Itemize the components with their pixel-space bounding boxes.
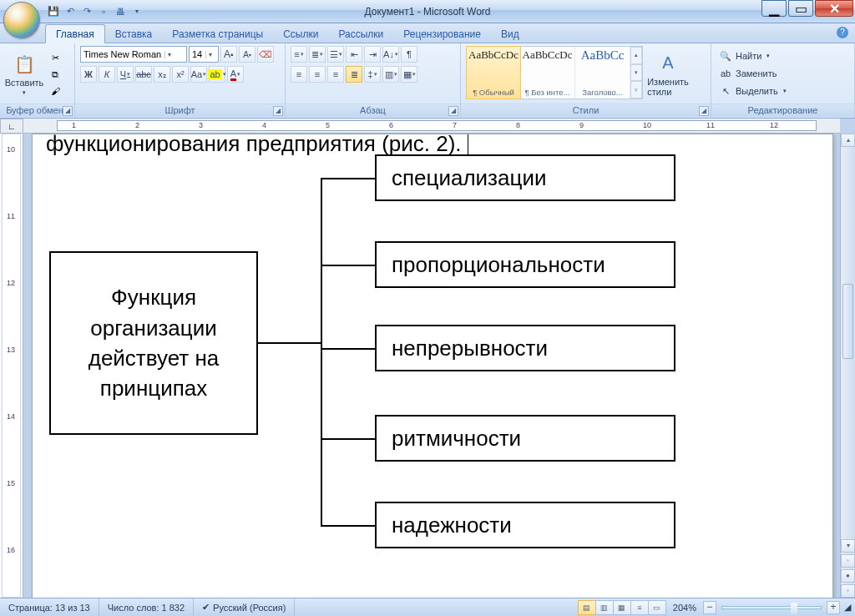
status-page[interactable]: Страница: 13 из 13 bbox=[0, 598, 99, 616]
justify-button[interactable]: ≣ bbox=[346, 66, 362, 83]
prev-page-icon[interactable]: ◦ bbox=[841, 554, 855, 568]
bullets-button[interactable]: ≡ bbox=[291, 46, 307, 63]
tab-layout[interactable]: Разметка страницы bbox=[162, 25, 273, 43]
dec-indent-button[interactable]: ⇤ bbox=[346, 46, 362, 63]
view-fullscreen-button[interactable]: ▥ bbox=[595, 600, 614, 615]
document-page[interactable]: функционирования предприятия (рис. 2). Ф… bbox=[32, 134, 833, 601]
minimize-button[interactable]: ▁ bbox=[761, 0, 787, 17]
highlight-button[interactable]: ab bbox=[209, 66, 225, 83]
vertical-scrollbar[interactable]: ▴ ▾ ◦ ● ◦ bbox=[840, 134, 855, 598]
group-font: Times New Roman▾ 14▾ A▴ A▾ ⌫ Ж К Ч abc x… bbox=[75, 43, 286, 118]
resize-grip-icon[interactable]: ◢ bbox=[840, 602, 855, 613]
zoom-level[interactable]: 204% bbox=[666, 603, 703, 613]
maximize-button[interactable]: ▭ bbox=[788, 0, 813, 17]
scroll-thumb[interactable] bbox=[842, 284, 853, 359]
find-button[interactable]: 🔍Найти▾ bbox=[716, 48, 849, 64]
office-button[interactable] bbox=[3, 2, 40, 38]
diagram-box-5[interactable]: надежности bbox=[375, 502, 675, 548]
select-icon: ↖ bbox=[719, 86, 732, 97]
show-marks-button[interactable]: ¶ bbox=[401, 46, 417, 63]
underline-button[interactable]: Ч bbox=[117, 66, 134, 83]
tab-insert[interactable]: Вставка bbox=[105, 25, 163, 43]
tab-review[interactable]: Рецензирование bbox=[393, 25, 491, 43]
zoom-slider-knob[interactable] bbox=[791, 603, 797, 614]
tab-mailings[interactable]: Рассылки bbox=[328, 25, 393, 43]
bold-button[interactable]: Ж bbox=[80, 66, 97, 83]
grow-font-button[interactable]: A▴ bbox=[220, 46, 237, 63]
shading-button[interactable]: ▥ bbox=[382, 66, 399, 83]
cut-icon[interactable]: ✂ bbox=[47, 50, 63, 65]
select-button[interactable]: ↖Выделить▾ bbox=[716, 83, 849, 99]
diagram-connector bbox=[321, 265, 375, 266]
view-draft-button[interactable]: ▭ bbox=[648, 600, 666, 615]
para-launcher[interactable]: ◢ bbox=[448, 106, 458, 116]
format-painter-icon[interactable]: 🖌 bbox=[47, 83, 63, 98]
style-heading1[interactable]: AaBbCcЗаголово... bbox=[575, 47, 630, 98]
line-spacing-button[interactable]: ‡ bbox=[364, 66, 381, 83]
align-center-button[interactable]: ≡ bbox=[309, 66, 326, 83]
scroll-up-icon[interactable]: ▴ bbox=[841, 134, 855, 147]
status-words[interactable]: Число слов: 1 832 bbox=[99, 598, 194, 616]
strike-button[interactable]: abc bbox=[135, 66, 152, 83]
new-icon[interactable]: ▫ bbox=[97, 5, 110, 18]
numbering-button[interactable]: ≣ bbox=[309, 46, 326, 63]
tab-home[interactable]: Главная bbox=[45, 24, 105, 43]
style-normal[interactable]: AaBbCcDc¶ Обычный bbox=[466, 46, 521, 99]
change-styles-button[interactable]: A Изменить стили bbox=[643, 46, 693, 103]
font-launcher[interactable]: ◢ bbox=[273, 106, 283, 116]
align-right-button[interactable]: ≡ bbox=[327, 66, 344, 83]
shrink-font-button[interactable]: A▾ bbox=[239, 46, 255, 63]
diagram-box-3[interactable]: непрерывности bbox=[375, 325, 675, 371]
tab-view[interactable]: Вид bbox=[491, 25, 529, 43]
change-styles-label: Изменить стили bbox=[647, 77, 689, 97]
diagram-box-4[interactable]: ритмичности bbox=[375, 415, 675, 462]
vertical-ruler[interactable]: 10111213141516 bbox=[0, 134, 23, 598]
next-page-icon[interactable]: ◦ bbox=[841, 584, 855, 598]
font-size-combo[interactable]: 14▾ bbox=[189, 46, 219, 63]
font-name-combo[interactable]: Times New Roman▾ bbox=[80, 46, 187, 63]
style-nospacing[interactable]: AaBbCcDc¶ Без инте... bbox=[520, 47, 575, 98]
help-icon[interactable]: ? bbox=[837, 27, 848, 38]
inc-indent-button[interactable]: ⇥ bbox=[364, 46, 381, 63]
change-case-button[interactable]: Aa bbox=[190, 66, 207, 83]
clear-format-button[interactable]: ⌫ bbox=[257, 46, 274, 63]
quickprint-icon[interactable]: 🖶 bbox=[114, 5, 127, 18]
qat-dropdown-icon[interactable]: ▾ bbox=[130, 5, 144, 18]
browse-object-icon[interactable]: ● bbox=[841, 569, 855, 583]
subscript-button[interactable]: x₂ bbox=[154, 66, 170, 83]
tab-references[interactable]: Ссылки bbox=[273, 25, 328, 43]
diagram-box-1[interactable]: специализации bbox=[375, 154, 675, 201]
font-color-button[interactable]: A bbox=[227, 66, 244, 83]
diagram-connector bbox=[321, 348, 375, 350]
styles-launcher[interactable]: ◢ bbox=[699, 106, 709, 116]
redo-icon[interactable]: ↷ bbox=[80, 5, 94, 18]
zoom-in-button[interactable]: + bbox=[827, 601, 840, 614]
view-outline-button[interactable]: ≡ bbox=[630, 600, 649, 615]
close-button[interactable]: ✕ bbox=[815, 0, 853, 17]
paste-button[interactable]: 📋 Вставить ▾ bbox=[5, 46, 43, 103]
borders-button[interactable]: ▦ bbox=[401, 66, 417, 83]
diagram-main-box[interactable]: Функция организации действует на принцип… bbox=[49, 251, 258, 435]
status-lang[interactable]: ✔Русский (Россия) bbox=[194, 598, 295, 616]
gallery-scroll[interactable]: ▴▾▿ bbox=[630, 47, 642, 98]
zoom-slider[interactable] bbox=[721, 606, 822, 609]
diagram-connector bbox=[321, 178, 375, 179]
diagram-box-2[interactable]: пропорциональности bbox=[375, 241, 675, 288]
superscript-button[interactable]: x² bbox=[172, 66, 189, 83]
undo-icon[interactable]: ↶ bbox=[63, 5, 77, 18]
styles-gallery[interactable]: AaBbCcDc¶ Обычный AaBbCcDc¶ Без инте... … bbox=[466, 46, 643, 99]
clipboard-launcher[interactable]: ◢ bbox=[63, 106, 73, 116]
view-web-button[interactable]: ▦ bbox=[613, 600, 631, 615]
horizontal-ruler[interactable]: 123456789101112 bbox=[23, 119, 840, 134]
zoom-out-button[interactable]: − bbox=[703, 601, 716, 614]
sort-button[interactable]: A↓ bbox=[382, 46, 399, 63]
copy-icon[interactable]: ⧉ bbox=[47, 67, 63, 82]
align-left-button[interactable]: ≡ bbox=[291, 66, 307, 83]
scroll-down-icon[interactable]: ▾ bbox=[841, 539, 855, 553]
tab-selector[interactable]: ∟ bbox=[0, 119, 23, 134]
italic-button[interactable]: К bbox=[99, 66, 115, 83]
save-icon[interactable]: 💾 bbox=[47, 5, 60, 18]
view-printlayout-button[interactable]: ▤ bbox=[578, 600, 596, 615]
multilevel-button[interactable]: ☰ bbox=[327, 46, 344, 63]
replace-button[interactable]: abЗаменить bbox=[716, 65, 849, 82]
